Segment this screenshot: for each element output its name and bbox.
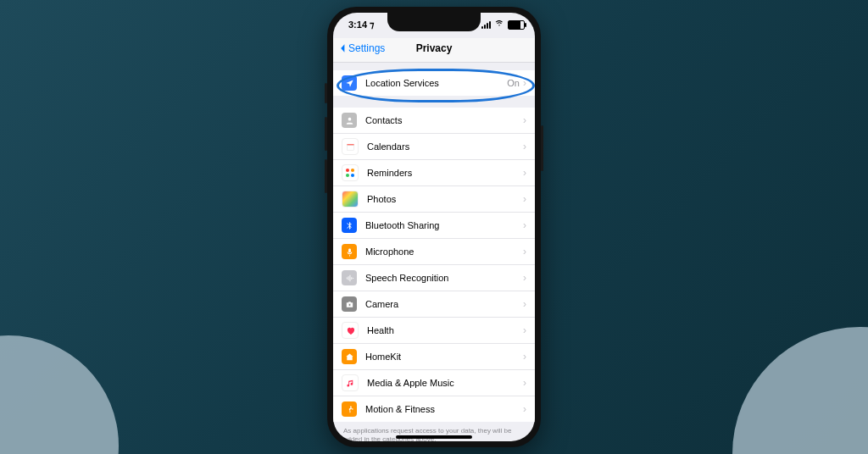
row-label: Calendars: [367, 141, 523, 152]
microphone-icon: [342, 244, 357, 259]
row-label: Camera: [365, 299, 523, 309]
music-note-icon: [342, 374, 359, 391]
notch: [387, 13, 481, 31]
chevron-right-icon: ›: [523, 246, 526, 257]
row-location-services[interactable]: Location Services On ›: [333, 70, 535, 96]
svg-rect-2: [347, 145, 353, 150]
row-photos[interactable]: Photos ›: [333, 186, 535, 213]
bluetooth-icon: [342, 218, 357, 233]
photos-icon: [342, 191, 359, 208]
nav-header: Settings Privacy: [333, 38, 535, 63]
phone-frame: 3:14 ⁊ Settings Privacy: [327, 7, 541, 447]
svg-rect-3: [348, 248, 351, 252]
row-label: Media & Apple Music: [367, 378, 523, 388]
row-label: HomeKit: [365, 352, 523, 362]
group-location: Location Services On ›: [333, 70, 535, 96]
chevron-right-icon: ›: [523, 403, 526, 415]
row-label: Reminders: [367, 168, 523, 178]
row-label: Location Services: [365, 78, 507, 88]
speech-icon: [342, 270, 357, 285]
chevron-right-icon: ›: [523, 141, 526, 152]
row-label: Contacts: [365, 115, 523, 125]
row-label: Photos: [367, 194, 523, 204]
volume-up: [325, 117, 327, 151]
row-media-apple-music[interactable]: Media & Apple Music ›: [333, 370, 535, 396]
row-health[interactable]: Health ›: [333, 318, 535, 344]
stage: 3:14 ⁊ Settings Privacy: [0, 0, 868, 454]
chevron-right-icon: ›: [523, 167, 526, 179]
row-label: Bluetooth Sharing: [365, 220, 523, 230]
page-title: Privacy: [333, 42, 535, 54]
row-reminders[interactable]: Reminders ›: [333, 160, 535, 186]
row-bluetooth-sharing[interactable]: Bluetooth Sharing ›: [333, 213, 535, 239]
decor-circle-right: [732, 327, 868, 454]
chevron-right-icon: ›: [523, 351, 526, 363]
home-indicator[interactable]: [396, 435, 472, 439]
chevron-right-icon: ›: [523, 377, 526, 389]
svg-point-5: [349, 406, 351, 407]
motion-icon: [342, 401, 357, 417]
row-speech-recognition[interactable]: Speech Recognition ›: [333, 265, 535, 291]
chevron-right-icon: ›: [523, 272, 526, 284]
group-data-access: Contacts › Calendars › Reminders ›: [333, 108, 535, 422]
row-value: On: [507, 78, 520, 88]
chevron-right-icon: ›: [523, 298, 526, 310]
row-label: Health: [367, 325, 523, 335]
camera-icon: [342, 296, 357, 312]
reminders-icon: [342, 164, 359, 181]
power-button: [541, 125, 543, 171]
svg-point-4: [348, 303, 351, 306]
settings-content[interactable]: Location Services On › Contacts › Calend…: [333, 62, 535, 441]
phone-screen: 3:14 ⁊ Settings Privacy: [333, 13, 535, 441]
row-homekit[interactable]: HomeKit ›: [333, 344, 535, 370]
chevron-right-icon: ›: [523, 193, 526, 205]
chevron-right-icon: ›: [523, 114, 526, 126]
volume-down: [325, 159, 327, 193]
svg-point-0: [348, 117, 351, 120]
signal-icon: [481, 21, 491, 29]
row-label: Microphone: [365, 246, 523, 257]
decor-circle-left: [0, 335, 119, 454]
health-heart-icon: [342, 322, 359, 339]
row-motion-fitness[interactable]: Motion & Fitness ›: [333, 396, 535, 422]
row-camera[interactable]: Camera ›: [333, 291, 535, 318]
chevron-right-icon: ›: [523, 324, 526, 336]
row-label: Motion & Fitness: [365, 404, 523, 414]
mute-switch: [325, 83, 327, 103]
chevron-right-icon: ›: [523, 219, 526, 231]
row-microphone[interactable]: Microphone ›: [333, 239, 535, 265]
row-contacts[interactable]: Contacts ›: [333, 108, 535, 134]
calendar-icon: [342, 138, 359, 155]
status-time: 3:14 ⁊: [348, 19, 374, 30]
wifi-icon: [494, 19, 504, 30]
chevron-right-icon: ›: [523, 77, 526, 89]
row-calendars[interactable]: Calendars ›: [333, 134, 535, 160]
home-icon: [342, 349, 357, 364]
row-label: Speech Recognition: [365, 273, 523, 283]
location-arrow-icon: [342, 75, 357, 91]
contacts-icon: [342, 113, 357, 128]
battery-icon: [508, 20, 525, 30]
